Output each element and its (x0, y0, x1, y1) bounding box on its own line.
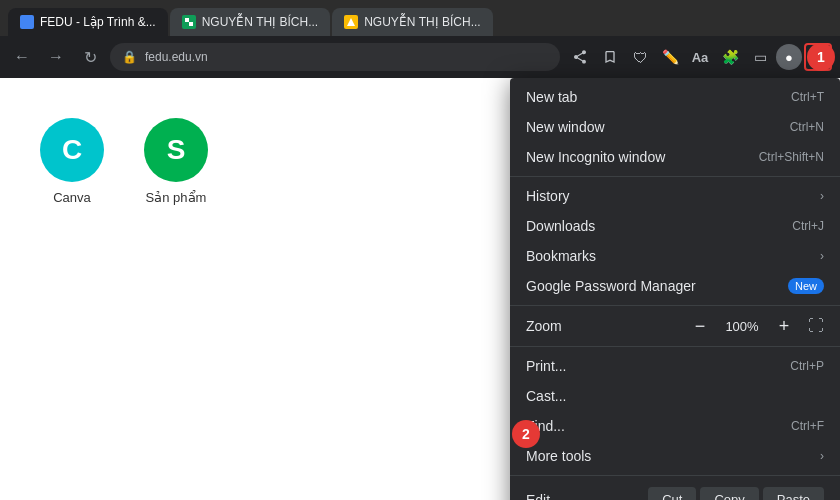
sanpham-app[interactable]: S Sản phẩm (144, 118, 208, 418)
menu-divider-4 (510, 475, 840, 476)
back-button[interactable]: ← (8, 43, 36, 71)
bookmark-icon[interactable] (596, 43, 624, 71)
tab-favicon-fedu (20, 15, 34, 29)
tab-label-nguyen2: NGUYỄN THỊ BÍCH... (364, 15, 480, 29)
tab-fedu[interactable]: FEDU - Lập Trình &... (8, 8, 168, 36)
zoom-fullscreen-button[interactable]: ⛶ (808, 317, 824, 335)
menu-print[interactable]: Print... Ctrl+P (510, 351, 840, 381)
svg-rect-0 (185, 18, 189, 22)
menu-find[interactable]: Find... Ctrl+F (510, 411, 840, 441)
share-icon[interactable] (566, 43, 594, 71)
tab-label-fedu: FEDU - Lập Trình &... (40, 15, 156, 29)
forward-button[interactable]: → (42, 43, 70, 71)
menu-divider-3 (510, 346, 840, 347)
zoom-minus-button[interactable]: − (688, 314, 712, 338)
paste-button[interactable]: Paste (763, 487, 824, 500)
shield-icon[interactable]: 🛡 (626, 43, 654, 71)
toolbar-icons: 🛡 ✏️ Aa 🧩 ▭ ● ⋮ (566, 43, 832, 71)
tab-favicon-nguyen2 (344, 15, 358, 29)
address-bar-row: ← → ↻ 🔒 fedu.edu.vn 🛡 ✏️ Aa 🧩 ▭ ● ⋮ (0, 36, 840, 78)
menu-downloads[interactable]: Downloads Ctrl+J (510, 211, 840, 241)
menu-new-window[interactable]: New window Ctrl+N (510, 112, 840, 142)
lock-icon: 🔒 (122, 50, 137, 64)
canva-label: Canva (53, 190, 91, 205)
svg-marker-2 (347, 18, 355, 26)
menu-new-incognito[interactable]: New Incognito window Ctrl+Shift+N (510, 142, 840, 172)
menu-divider-1 (510, 176, 840, 177)
context-menu: New tab Ctrl+T New window Ctrl+N New Inc… (510, 78, 840, 500)
edit-label: Edit (526, 492, 648, 501)
zoom-label: Zoom (526, 318, 688, 334)
tab-bar: FEDU - Lập Trình &... NGUYỄN THỊ BÍCH...… (0, 0, 840, 36)
extensions-icon[interactable]: 🧩 (716, 43, 744, 71)
tab-nguyen1[interactable]: NGUYỄN THỊ BÍCH... (170, 8, 330, 36)
annotation-2: 2 (512, 420, 540, 448)
svg-rect-1 (189, 22, 193, 26)
menu-more-tools[interactable]: More tools › (510, 441, 840, 471)
cut-button[interactable]: Cut (648, 487, 696, 500)
menu-cast[interactable]: Cast... (510, 381, 840, 411)
menu-bookmarks[interactable]: Bookmarks › (510, 241, 840, 271)
sanpham-label: Sản phẩm (146, 190, 207, 205)
new-badge: New (788, 278, 824, 294)
tab-favicon-nguyen1 (182, 15, 196, 29)
zoom-controls: − 100% + ⛶ (688, 314, 824, 338)
copy-button[interactable]: Copy (700, 487, 758, 500)
menu-password-manager[interactable]: Google Password Manager New (510, 271, 840, 301)
reload-button[interactable]: ↻ (76, 43, 104, 71)
menu-edit-row: Edit Cut Copy Paste (510, 480, 840, 500)
menu-divider-2 (510, 305, 840, 306)
sanpham-icon: S (144, 118, 208, 182)
canva-icon: C (40, 118, 104, 182)
translate-icon[interactable]: Aa (686, 43, 714, 71)
cast-icon[interactable]: ▭ (746, 43, 774, 71)
annotation-1: 1 (807, 43, 835, 71)
pen-icon[interactable]: ✏️ (656, 43, 684, 71)
menu-history[interactable]: History › (510, 181, 840, 211)
tab-label-nguyen1: NGUYỄN THỊ BÍCH... (202, 15, 318, 29)
profile-icon[interactable]: ● (776, 44, 802, 70)
url-text: fedu.edu.vn (145, 50, 548, 64)
zoom-value: 100% (724, 319, 760, 334)
zoom-plus-button[interactable]: + (772, 314, 796, 338)
canva-app[interactable]: C Canva (40, 118, 104, 418)
edit-buttons: Cut Copy Paste (648, 487, 824, 500)
tab-nguyen2[interactable]: NGUYỄN THỊ BÍCH... (332, 8, 492, 36)
address-bar[interactable]: 🔒 fedu.edu.vn (110, 43, 560, 71)
menu-new-tab[interactable]: New tab Ctrl+T (510, 82, 840, 112)
menu-zoom-row: Zoom − 100% + ⛶ (510, 310, 840, 342)
